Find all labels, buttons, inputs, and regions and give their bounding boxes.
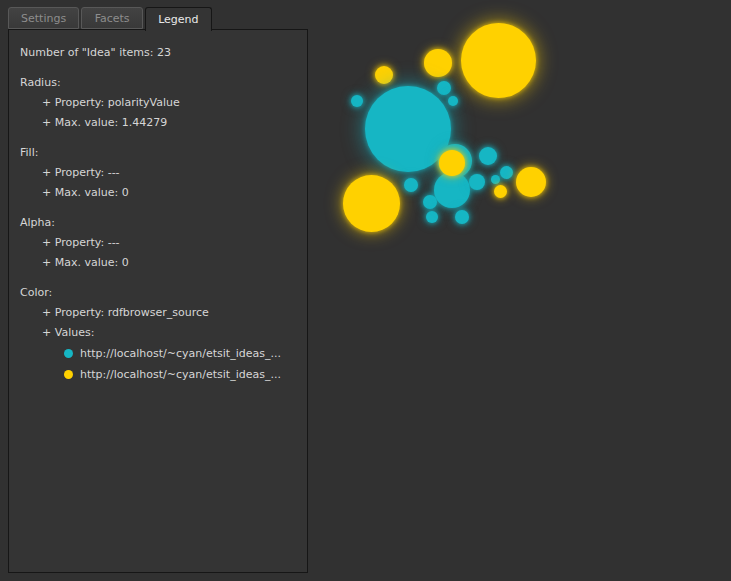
legend-section: Radius:+ Property: polarityValue+ Max. v… <box>20 72 297 132</box>
item-count-label: Number of "Idea" items: 23 <box>20 42 297 62</box>
tab-bar: Settings Facets Legend <box>8 7 212 29</box>
bubble-yellow[interactable] <box>461 23 536 98</box>
legend-row: + Property: --- <box>20 162 297 182</box>
bubble-cyan[interactable] <box>500 166 513 179</box>
bubble-cyan[interactable] <box>404 178 418 192</box>
legend-section-title: Alpha: <box>20 212 297 232</box>
legend-panel: Number of "Idea" items: 23 Radius:+ Prop… <box>8 29 308 573</box>
bubble-cyan[interactable] <box>437 81 451 95</box>
bubble-cyan[interactable] <box>455 210 469 224</box>
legend-value-row: http://localhost/~cyan/etsit_ideas_... <box>20 343 297 363</box>
bubble-yellow[interactable] <box>439 150 465 176</box>
bubble-yellow[interactable] <box>516 167 546 197</box>
legend-row: + Max. value: 0 <box>20 182 297 202</box>
yellow-swatch-icon <box>64 370 73 379</box>
app-window: Settings Facets Legend Number of "Idea" … <box>0 0 731 581</box>
legend-value-label: http://localhost/~cyan/etsit_ideas_... <box>80 347 281 360</box>
legend-row: + Max. value: 0 <box>20 252 297 272</box>
legend-panel-content: Number of "Idea" items: 23 Radius:+ Prop… <box>9 30 307 384</box>
legend-section: Alpha:+ Property: ---+ Max. value: 0 <box>20 212 297 272</box>
bubble-cyan[interactable] <box>491 175 500 184</box>
legend-section-title: Fill: <box>20 142 297 162</box>
tab-settings[interactable]: Settings <box>8 7 79 29</box>
bubble-yellow[interactable] <box>424 49 452 77</box>
legend-section: Fill:+ Property: ---+ Max. value: 0 <box>20 142 297 202</box>
bubble-cyan[interactable] <box>351 95 363 107</box>
bubble-yellow[interactable] <box>343 175 400 232</box>
bubble-cyan[interactable] <box>426 211 438 223</box>
legend-row: + Property: rdfbrowser_source <box>20 302 297 322</box>
bubble-cyan[interactable] <box>448 96 458 106</box>
tab-legend[interactable]: Legend <box>145 7 211 31</box>
legend-value-label: http://localhost/~cyan/etsit_ideas_... <box>80 368 281 381</box>
legend-section-title: Color: <box>20 282 297 302</box>
tab-facets[interactable]: Facets <box>81 7 143 29</box>
bubble-cyan[interactable] <box>434 172 470 208</box>
bubble-yellow[interactable] <box>494 185 507 198</box>
legend-section: Color:+ Property: rdfbrowser_source+ Val… <box>20 282 297 384</box>
legend-row: + Property: --- <box>20 232 297 252</box>
bubble-cyan[interactable] <box>469 174 485 190</box>
legend-row: + Property: polarityValue <box>20 92 297 112</box>
cyan-swatch-icon <box>64 349 73 358</box>
legend-value-row: http://localhost/~cyan/etsit_ideas_... <box>20 364 297 384</box>
bubble-cyan[interactable] <box>479 147 497 165</box>
legend-row: + Values: <box>20 322 297 342</box>
bubble-yellow[interactable] <box>375 66 393 84</box>
legend-section-title: Radius: <box>20 72 297 92</box>
legend-row: + Max. value: 1.44279 <box>20 112 297 132</box>
legend-sections: Radius:+ Property: polarityValue+ Max. v… <box>20 72 297 384</box>
